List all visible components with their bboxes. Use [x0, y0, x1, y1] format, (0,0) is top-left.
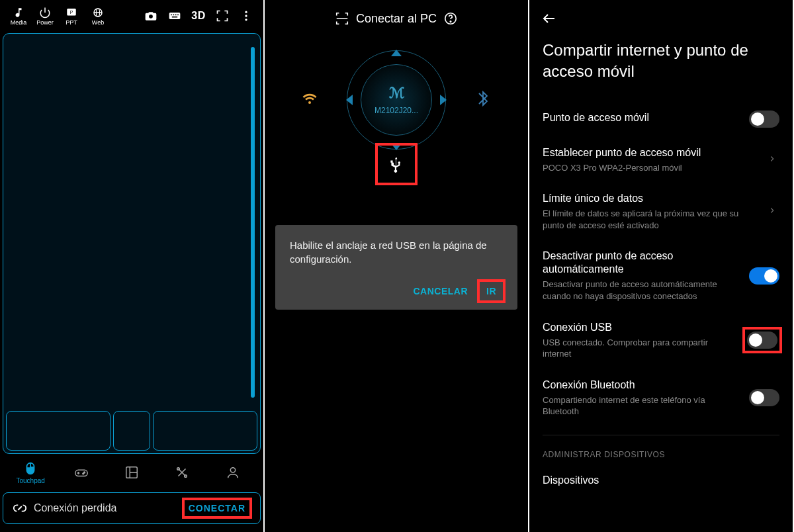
panel-hotspot-settings: Compartir internet y punto de acceso móv…	[529, 0, 794, 532]
3d-button[interactable]: 3D	[187, 4, 210, 28]
svg-point-13	[245, 19, 247, 21]
more-vert-icon	[240, 9, 253, 22]
dialog-buttons: CANCELAR IR	[290, 282, 503, 300]
top-toolbar: Media Power P PPT Web 3D	[0, 0, 263, 32]
link-off-icon	[13, 501, 27, 515]
nav-profile[interactable]	[210, 465, 256, 480]
wifi-button[interactable]	[298, 87, 322, 111]
scan-icon[interactable]	[335, 11, 349, 26]
fullscreen-icon	[216, 9, 229, 22]
autooff-sub: Desactivar punto de acceso automáticamen…	[543, 279, 737, 302]
limit-sub: El límite de datos se aplicará la próxim…	[543, 208, 756, 231]
3d-label: 3D	[191, 10, 205, 22]
svg-point-11	[245, 11, 247, 13]
web-button[interactable]: Web	[85, 7, 111, 26]
usb-label: Conexión USB	[543, 321, 733, 334]
device-ring[interactable]: ℳ M2102J20...	[347, 50, 446, 150]
svg-point-16	[82, 473, 83, 474]
connect-button[interactable]: CONECTAR	[183, 499, 251, 517]
svg-rect-10	[172, 17, 177, 18]
ppt-label: PPT	[66, 19, 77, 26]
bottom-nav: Touchpad	[3, 454, 261, 491]
usb-button[interactable]	[378, 146, 415, 183]
device-name: M2102J20...	[375, 106, 418, 115]
setting-data-limit[interactable]: Límite único de datos El límite de datos…	[529, 183, 793, 240]
nav-touchpad-label: Touchpad	[17, 477, 45, 484]
connect-pc-header: Conectar al PC	[265, 0, 528, 37]
setup-sub: POCO X3 Pro WPA2-Personal móvil	[543, 162, 756, 174]
arrow-left-icon	[541, 11, 557, 26]
chevron-right-icon	[768, 206, 779, 218]
connection-status-bar: Conexión perdida CONECTAR	[3, 492, 261, 524]
layout-icon	[124, 465, 139, 480]
bt-label: Conexión Bluetooth	[543, 378, 737, 392]
person-icon	[226, 465, 240, 480]
svg-point-20	[230, 468, 235, 472]
keyboard-button[interactable]	[163, 4, 187, 28]
svg-rect-8	[175, 15, 177, 16]
touchpad-area[interactable]	[3, 33, 261, 454]
svg-point-22	[450, 21, 451, 22]
nav-touchpad[interactable]: Touchpad	[7, 461, 54, 484]
touchpad-surface[interactable]	[3, 34, 260, 411]
setting-devices[interactable]: Dispositivos	[529, 465, 793, 499]
nav-panels[interactable]	[109, 465, 155, 480]
usb-toggle[interactable]	[747, 332, 777, 349]
dialog-message: Habilite el anclaje a red USB en la pági…	[290, 238, 503, 266]
limit-label: Límite único de datos	[543, 192, 756, 205]
music-icon	[13, 7, 24, 19]
divider	[543, 435, 779, 435]
svg-rect-9	[177, 15, 179, 16]
connect-button-label: CONECTAR	[189, 503, 245, 513]
svg-point-4	[149, 15, 153, 19]
media-button[interactable]: Media	[5, 7, 32, 26]
bt-toggle[interactable]	[749, 389, 779, 406]
touchpad-scrollbar[interactable]	[251, 47, 255, 398]
ie-icon	[92, 7, 104, 19]
connect-pc-title: Conectar al PC	[356, 12, 437, 26]
chevron-right-icon	[768, 154, 779, 166]
setting-auto-off[interactable]: Desactivar punto de acceso automáticamen…	[529, 240, 793, 311]
media-label: Media	[11, 19, 27, 26]
setting-setup-hotspot[interactable]: Establecer punto de acceso móvil POCO X3…	[529, 137, 793, 183]
device-ring-inner: ℳ M2102J20...	[361, 64, 432, 136]
section-manage-devices: ADMINISTRAR DISPOSITIVOS	[529, 443, 793, 465]
connection-status-text: Conexión perdida	[34, 502, 177, 514]
usb-tether-dialog: Habilite el anclaje a red USB en la pági…	[275, 225, 517, 310]
mouse-left[interactable]	[6, 411, 110, 451]
bluetooth-button[interactable]	[471, 87, 495, 111]
camera-button[interactable]	[139, 4, 163, 28]
nav-tools[interactable]	[159, 465, 205, 480]
autooff-toggle[interactable]	[749, 267, 779, 285]
setting-bt-tether[interactable]: Conexión Bluetooth Compartiendo internet…	[529, 369, 793, 427]
tools-icon	[175, 465, 189, 480]
mouse-buttons	[3, 411, 260, 453]
bluetooth-icon	[475, 91, 491, 107]
bt-sub: Compartiendo internet de este teléfono v…	[543, 394, 737, 418]
ppt-icon: P	[66, 7, 77, 19]
mouse-middle[interactable]	[113, 411, 151, 451]
ppt-button[interactable]: P PPT	[58, 7, 85, 26]
mouse-right[interactable]	[153, 411, 257, 451]
keyboard-icon	[168, 9, 181, 22]
help-icon[interactable]	[443, 11, 458, 26]
mouse-icon	[23, 461, 38, 476]
dialog-go-button[interactable]: IR	[480, 282, 503, 300]
setting-mobile-hotspot[interactable]: Punto de acceso móvil	[529, 101, 793, 137]
svg-rect-5	[169, 13, 181, 19]
hotspot-toggle[interactable]	[749, 111, 779, 128]
power-label: Power	[36, 19, 54, 26]
power-button[interactable]: Power	[32, 7, 58, 26]
dialog-go-label: IR	[486, 286, 496, 296]
device-logo: ℳ	[389, 85, 404, 102]
overflow-button[interactable]	[234, 4, 258, 28]
hotspot-label: Punto de acceso móvil	[543, 111, 737, 124]
panel-remote-app: Media Power P PPT Web 3D	[0, 0, 265, 532]
back-button[interactable]	[529, 0, 793, 37]
nav-game[interactable]	[58, 465, 105, 480]
dialog-cancel-button[interactable]: CANCELAR	[413, 286, 468, 296]
setting-usb-tether[interactable]: Conexión USB USB conectado. Comprobar pa…	[529, 312, 793, 369]
usb-sub: USB conectado. Comprobar para compartir …	[543, 337, 733, 360]
web-label: Web	[92, 19, 104, 26]
fullscreen-button[interactable]	[210, 4, 234, 28]
